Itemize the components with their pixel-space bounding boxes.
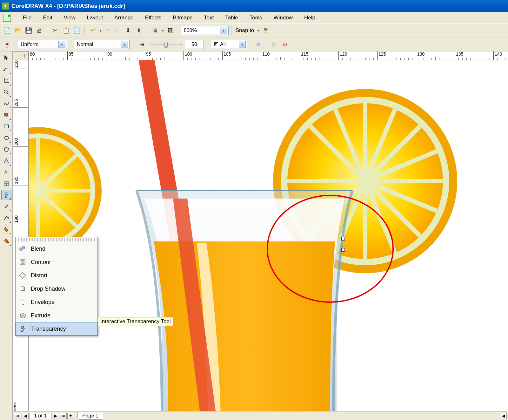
transparency-slider[interactable] xyxy=(150,44,182,45)
outline-tool[interactable] xyxy=(1,213,11,223)
text-tool[interactable]: A xyxy=(1,167,11,177)
zoom-combo[interactable]: 800% ▼ xyxy=(181,26,229,35)
crop-tool[interactable] xyxy=(1,76,11,86)
undo-dropdown[interactable]: ▼ xyxy=(99,29,102,32)
slider-thumb[interactable] xyxy=(164,42,168,48)
menu-effects[interactable]: Effects xyxy=(139,13,167,22)
toolbox: A xyxy=(0,51,13,420)
paste-button[interactable]: 📄 xyxy=(72,25,82,36)
save-button[interactable]: 💾 xyxy=(23,25,34,36)
flyout-item-transparency[interactable]: Transparency xyxy=(16,322,97,335)
rectangle-tool[interactable] xyxy=(1,121,11,132)
flyout-item-extrude[interactable]: Extrude xyxy=(16,309,97,322)
import-button[interactable]: ⬇ xyxy=(123,25,133,36)
transparency-target-value: All xyxy=(220,42,226,47)
last-page-button[interactable]: ⏭ xyxy=(60,413,67,419)
dropdown-arrow-icon[interactable]: ▼ xyxy=(121,41,128,48)
copy-button[interactable]: 📋 xyxy=(61,25,71,36)
snap-dropdown[interactable]: ▼ xyxy=(257,29,260,32)
flyout-item-blend[interactable]: Blend xyxy=(16,242,97,255)
snap-label[interactable]: Snap to xyxy=(234,27,256,34)
menu-table[interactable]: Table xyxy=(219,13,244,22)
menu-view[interactable]: View xyxy=(58,13,81,22)
eyedropper-tool[interactable] xyxy=(1,201,11,212)
shape-tool[interactable] xyxy=(1,64,11,74)
freehand-tool[interactable] xyxy=(1,98,11,109)
menu-layout[interactable]: Layout xyxy=(81,13,109,22)
first-page-button[interactable]: ⏮ xyxy=(14,413,21,419)
ruler-tick: 205 xyxy=(13,99,28,108)
cut-button[interactable]: ✂ xyxy=(50,25,60,36)
transparency-target-combo[interactable]: All ▼ xyxy=(211,40,247,49)
flyout-item-dropshadow[interactable]: Drop Shadow xyxy=(16,282,97,295)
table-tool[interactable] xyxy=(1,179,11,189)
welcome-button[interactable]: 🖼 xyxy=(165,25,175,36)
flyout-grip[interactable] xyxy=(18,238,95,241)
zoom-value: 800% xyxy=(184,28,197,33)
scroll-left-button[interactable]: ◀ xyxy=(500,413,507,419)
edit-transparency-button[interactable]: 🍷 xyxy=(2,39,12,50)
launcher-dropdown[interactable]: ▼ xyxy=(161,29,164,32)
prev-page-button[interactable]: ◀ xyxy=(22,413,29,419)
svg-point-4 xyxy=(4,136,9,139)
open-button[interactable]: 📂 xyxy=(13,25,23,36)
zoom-tool[interactable] xyxy=(1,87,11,97)
next-page-button[interactable]: ▶ xyxy=(52,413,59,419)
transparency-mode-combo[interactable]: Normal ▼ xyxy=(74,40,130,49)
flyout-item-label: Extrude xyxy=(31,312,50,319)
fill-tool[interactable] xyxy=(1,224,11,234)
clear-transparency-button[interactable]: ⊘ xyxy=(280,39,290,50)
separator xyxy=(15,40,15,49)
page-tab[interactable]: Page 1 xyxy=(77,412,103,420)
polygon-tool[interactable] xyxy=(1,144,11,154)
redo-dropdown[interactable]: ▼ xyxy=(114,29,117,32)
new-button[interactable]: 📄 xyxy=(2,25,12,36)
transparency-type-combo[interactable]: Uniform ▼ xyxy=(18,40,67,49)
separator xyxy=(266,40,266,49)
menu-tools[interactable]: Tools xyxy=(244,13,268,22)
ruler-tick: 90 xyxy=(106,51,112,60)
ruler-tick: 190 xyxy=(13,215,28,224)
selection-handle[interactable] xyxy=(341,248,345,252)
svg-rect-46 xyxy=(20,286,24,290)
app-launcher-button[interactable]: 🖥 xyxy=(150,25,160,36)
menu-text[interactable]: Text xyxy=(198,13,219,22)
ruler-origin[interactable] xyxy=(13,51,29,60)
flyout-item-envelope[interactable]: Envelope xyxy=(16,295,97,309)
freeze-button[interactable]: ❄ xyxy=(253,39,263,50)
menu-window[interactable]: Window xyxy=(268,13,298,22)
document-icon[interactable] xyxy=(3,14,11,22)
transparency-value-field[interactable]: 50 xyxy=(185,40,204,49)
menu-edit[interactable]: Edit xyxy=(37,13,58,22)
dropdown-arrow-icon[interactable]: ▼ xyxy=(239,41,246,48)
dropdown-arrow-icon[interactable]: ▼ xyxy=(58,41,65,48)
menu-file[interactable]: File xyxy=(17,13,37,22)
interactive-tools-flyout: BlendContourDistortDrop ShadowEnvelopeEx… xyxy=(15,237,98,336)
horizontal-ruler[interactable]: 80859095100105110115120125130135140 xyxy=(29,51,508,60)
vertical-ruler[interactable]: 210205200195190 xyxy=(13,60,29,411)
menu-help[interactable]: Help xyxy=(298,13,321,22)
options-button[interactable]: ≣ xyxy=(260,25,271,36)
ellipse-tool[interactable] xyxy=(1,133,11,143)
smart-fill-tool[interactable] xyxy=(1,110,11,120)
interactive-fill-tool[interactable] xyxy=(1,236,11,246)
flyout-item-contour[interactable]: Contour xyxy=(16,255,97,269)
canvas[interactable] xyxy=(29,60,508,411)
copy-transparency-button[interactable]: ⧉ xyxy=(269,39,279,50)
menu-arrange[interactable]: Arrange xyxy=(109,13,139,22)
add-page-button[interactable]: ✚ xyxy=(67,413,74,419)
flyout-item-distort[interactable]: Distort xyxy=(16,269,97,282)
dropdown-arrow-icon[interactable]: ▼ xyxy=(220,27,227,34)
print-button[interactable]: 🖨 xyxy=(34,25,44,36)
menu-bar: File Edit View Layout Arrange Effects Bi… xyxy=(0,12,508,24)
ruler-tick: 195 xyxy=(13,177,28,185)
menu-bitmaps[interactable]: Bitmaps xyxy=(167,13,198,22)
undo-button[interactable]: ↶ xyxy=(88,25,98,36)
basic-shapes-tool[interactable] xyxy=(1,156,11,166)
pick-tool[interactable] xyxy=(1,53,11,63)
export-button[interactable]: ⬆ xyxy=(134,25,144,36)
redo-button[interactable]: ↷ xyxy=(103,25,113,36)
selection-handle[interactable] xyxy=(341,237,345,240)
transparency-mode-value: Normal xyxy=(77,42,93,47)
interactive-tool[interactable] xyxy=(1,190,11,200)
